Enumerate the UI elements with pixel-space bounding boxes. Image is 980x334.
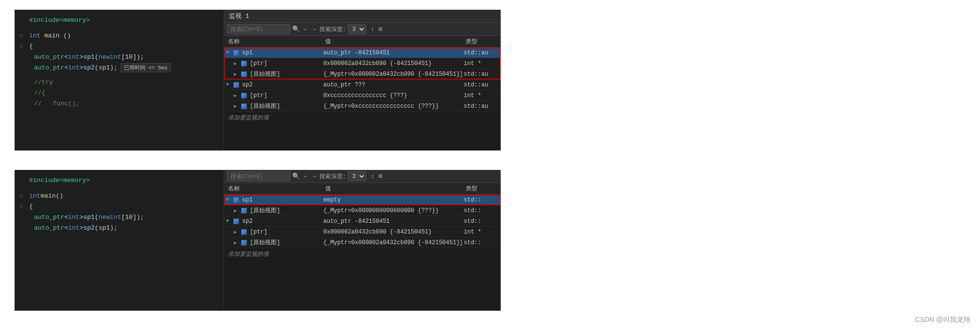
nav-back-bottom[interactable]: ← bbox=[304, 173, 308, 180]
watch-panel-top: 监视 1 🔍 ← → 搜索深度: 3 1 2 4 5 ↕ ⊞ 名称 bbox=[224, 10, 501, 150]
code-try-comment: //try bbox=[34, 79, 53, 86]
watch-row-sp2-type: std::au bbox=[462, 82, 501, 88]
bot-watch-row-raw1[interactable]: ▶ [原始视图] {_Myptr=0x0000000000000000 {???… bbox=[224, 205, 501, 216]
bot-watch-row-sp2[interactable]: ▼ sp2 auto_ptr -842150451 std:: bbox=[224, 216, 501, 227]
bot-watch-row-sp1[interactable]: ▼ sp1 empty std:: bbox=[224, 195, 501, 205]
bot-watch-row-sp1-name: ▼ sp1 bbox=[224, 197, 321, 203]
watch-rows-top: ▼ sp1 auto_ptr -842150451 std::au ▶ [ptr… bbox=[224, 48, 501, 112]
bot-raw1-cube-icon bbox=[241, 208, 247, 214]
blank-2 bbox=[15, 73, 224, 77]
sp2-cube-icon bbox=[233, 82, 239, 88]
bot-code-main: □ int main () bbox=[15, 190, 224, 201]
code-line-sp1: auto_ptr < int > sp1 ( new int [10]); bbox=[15, 51, 224, 62]
expand-sp2[interactable]: ▼ bbox=[226, 82, 232, 87]
code-sp1-new: ( bbox=[95, 53, 99, 61]
code-int-1: int bbox=[68, 53, 79, 61]
watch-columns-header-bottom: 名称 值 类型 bbox=[224, 183, 501, 195]
code-auto-ptr-2: auto_ptr bbox=[34, 64, 64, 71]
raw1-label: [原始视图] bbox=[250, 70, 280, 78]
bot-gutter-main: □ bbox=[18, 193, 29, 199]
top-panel: #include<memory> □ int main () □ { bbox=[15, 10, 980, 150]
add-watch-label-bottom: 添加要监视的项 bbox=[228, 251, 269, 258]
sp1-label: sp1 bbox=[242, 50, 253, 56]
col-value: 值 bbox=[321, 37, 462, 46]
bot-expand-sp2[interactable]: ▼ bbox=[226, 218, 232, 224]
code-new-kw: new bbox=[99, 53, 110, 61]
bot-expand-main[interactable]: □ bbox=[18, 193, 24, 199]
bot-expand-sp1[interactable]: ▼ bbox=[226, 197, 232, 202]
code-gt: > bbox=[80, 53, 84, 61]
watch-search-input[interactable] bbox=[227, 24, 290, 34]
nav-back[interactable]: ← bbox=[304, 26, 308, 33]
watch-row-ptr2-name: ▶ [ptr] bbox=[224, 92, 321, 99]
depth-select-bottom[interactable]: 3 bbox=[348, 171, 366, 181]
ptr2-label: [ptr] bbox=[250, 92, 267, 99]
bot-brace-open: { bbox=[29, 203, 33, 210]
expand-raw2[interactable]: ▶ bbox=[234, 103, 240, 109]
bot-watch-row-sp2-name: ▼ sp2 bbox=[224, 218, 321, 225]
watch-search-input-bottom[interactable] bbox=[227, 171, 290, 181]
watch-row-sp1-type: std::au bbox=[462, 50, 501, 56]
watch-title: 监视 1 bbox=[229, 13, 249, 20]
expand-raw1[interactable]: ▶ bbox=[234, 71, 240, 77]
grid-icon-bottom: ⊞ bbox=[379, 172, 383, 180]
bot-code-line-1: #include<memory> bbox=[15, 175, 224, 185]
watch-row-raw2[interactable]: ▶ [原始视图] {_Myptr=0xcccccccccccccccc {???… bbox=[224, 101, 501, 112]
watch-row-raw2-name: ▶ [原始视图] bbox=[224, 102, 321, 110]
search-icon-bottom: 🔍 bbox=[292, 172, 300, 180]
bot-watch-row-sp2-type: std:: bbox=[462, 218, 501, 225]
main-container: #include<memory> □ int main () □ { bbox=[0, 0, 980, 311]
add-watch-top[interactable]: 添加要监视的项 bbox=[224, 112, 501, 124]
watch-rows-bottom: ▼ sp1 empty std:: ▶ [原始视图] {_Myptr=0x000… bbox=[224, 195, 501, 248]
bot-sp1-label: sp1 bbox=[242, 197, 253, 203]
bot-watch-row-sp1-type: std:: bbox=[462, 197, 501, 203]
code-func-comment: // func(); bbox=[34, 100, 80, 107]
watch-row-ptr1[interactable]: ▶ [ptr] 0x000002a0432cb090 {-842150451} … bbox=[224, 58, 501, 69]
code-panel-top: #include<memory> □ int main () □ { bbox=[15, 10, 224, 150]
pin-icon[interactable]: ↕ bbox=[371, 26, 375, 33]
watch-row-raw1-type: std::au bbox=[462, 71, 501, 78]
pin-icon-bottom[interactable]: ↕ bbox=[371, 173, 375, 180]
bot-sp2-label: sp2 bbox=[242, 218, 253, 225]
bot-code-sp2: auto_ptr < int > sp2 (sp1); bbox=[15, 222, 224, 233]
watch-row-raw1[interactable]: ▶ [原始视图] {_Myptr=0x000002a0432cb090 {-84… bbox=[224, 69, 501, 80]
watch-row-sp1[interactable]: ▼ sp1 auto_ptr -842150451 std::au bbox=[224, 48, 501, 58]
bot-expand-raw2[interactable]: ▶ bbox=[234, 240, 240, 246]
bot-expand-ptr2[interactable]: ▶ bbox=[234, 229, 240, 235]
col-type-bottom: 类型 bbox=[462, 184, 501, 193]
watch-row-ptr2[interactable]: ▶ [ptr] 0xcccccccccccccccc {???} int * bbox=[224, 90, 501, 101]
bot-watch-row-ptr2[interactable]: ▶ [ptr] 0x000002a0432cb090 {-842150451} … bbox=[224, 227, 501, 237]
watch-title-bar: 监视 1 bbox=[224, 10, 501, 23]
bot-watch-row-raw2[interactable]: ▶ [原始视图] {_Myptr=0x000002a0432cb090 {-84… bbox=[224, 237, 501, 248]
watch-row-sp2-value: auto_ptr ??? bbox=[321, 82, 462, 88]
add-watch-bottom[interactable]: 添加要监视的项 bbox=[224, 248, 501, 260]
bot-gutter-brace: □ bbox=[18, 203, 29, 209]
bot-code-sp1: auto_ptr < int > sp1 ( new int [10]); bbox=[15, 212, 224, 222]
raw1-cube-icon bbox=[241, 71, 247, 77]
watch-row-sp2-name: ▼ sp2 bbox=[224, 82, 321, 88]
bot-watch-row-raw1-name: ▶ [原始视图] bbox=[224, 206, 321, 215]
nav-forward-bottom[interactable]: → bbox=[313, 173, 316, 180]
code-text-1: #include<memory> bbox=[29, 17, 90, 24]
grid-icon: ⊞ bbox=[379, 25, 383, 33]
expand-main[interactable]: □ bbox=[18, 33, 24, 38]
ptr1-cube-icon bbox=[241, 61, 247, 67]
code-line-blank bbox=[15, 25, 224, 30]
expand-ptr1[interactable]: ▶ bbox=[234, 61, 240, 67]
bot-expand-brace: □ bbox=[18, 203, 24, 209]
expand-brace: □ bbox=[18, 43, 24, 49]
ptr2-cube-icon bbox=[241, 93, 247, 99]
depth-select[interactable]: 3 1 2 4 5 bbox=[348, 24, 366, 34]
gutter-brace: □ bbox=[18, 43, 29, 49]
bot-expand-raw1[interactable]: ▶ bbox=[234, 208, 240, 214]
search-icon: 🔍 bbox=[292, 25, 300, 33]
expand-ptr2[interactable]: ▶ bbox=[234, 93, 240, 99]
code-auto-ptr-1: auto_ptr bbox=[34, 53, 64, 61]
expand-sp1[interactable]: ▼ bbox=[226, 50, 232, 55]
col-value-bottom: 值 bbox=[321, 184, 462, 193]
bot-sp1-cube-icon bbox=[233, 197, 239, 203]
bot-code-brace: □ { bbox=[15, 201, 224, 212]
nav-forward[interactable]: → bbox=[313, 26, 316, 33]
watch-row-sp2[interactable]: ▼ sp2 auto_ptr ??? std::au bbox=[224, 80, 501, 90]
watch-row-sp1-name: ▼ sp1 bbox=[224, 50, 321, 56]
